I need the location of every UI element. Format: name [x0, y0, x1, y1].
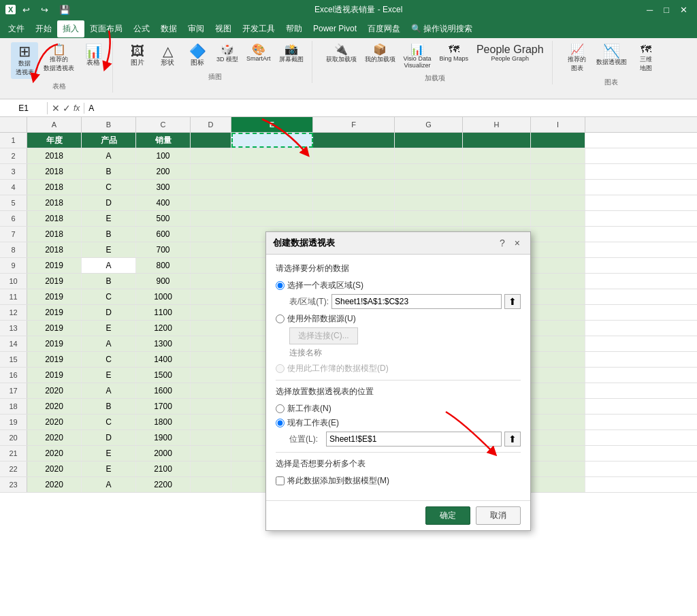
cell-c23[interactable]: 2200 — [136, 477, 191, 492]
cell-f2[interactable] — [313, 148, 395, 163]
menu-baidu[interactable]: 百度网盘 — [362, 20, 406, 37]
cell-a15[interactable]: 2019 — [27, 352, 82, 367]
redo-btn[interactable]: ↪ — [37, 3, 52, 16]
cell-b18[interactable]: B — [82, 399, 136, 414]
cell-e5[interactable] — [231, 195, 313, 210]
cell-a14[interactable]: 2019 — [27, 336, 82, 351]
cell-h5[interactable] — [463, 195, 531, 210]
cell-d9[interactable] — [191, 258, 231, 273]
cell-c1[interactable]: 销量 — [136, 133, 191, 148]
cell-i22[interactable] — [531, 461, 585, 476]
cell-a7[interactable]: 2018 — [27, 227, 82, 242]
cell-b21[interactable]: E — [82, 446, 136, 461]
cell-b8[interactable]: E — [82, 242, 136, 257]
cell-d17[interactable] — [191, 383, 231, 398]
col-header-g[interactable]: G — [395, 117, 463, 132]
cell-c18[interactable]: 1700 — [136, 399, 191, 414]
cell-a16[interactable]: 2019 — [27, 368, 82, 383]
smartart-btn[interactable]: 🎨 SmartArt — [244, 42, 274, 69]
cell-g1[interactable] — [395, 133, 463, 148]
col-header-h[interactable]: H — [463, 117, 531, 132]
cell-i14[interactable] — [531, 336, 585, 351]
cell-i13[interactable] — [531, 321, 585, 336]
cell-i17[interactable] — [531, 383, 585, 398]
cell-a6[interactable]: 2018 — [27, 211, 82, 226]
cell-d18[interactable] — [191, 399, 231, 414]
cell-a9[interactable]: 2019 — [27, 258, 82, 273]
radio-newsheet[interactable] — [276, 404, 285, 413]
cell-c15[interactable]: 1400 — [136, 352, 191, 367]
cell-c6[interactable]: 500 — [136, 211, 191, 226]
cell-d23[interactable] — [191, 477, 231, 492]
cell-d15[interactable] — [191, 352, 231, 367]
cell-c2[interactable]: 100 — [136, 148, 191, 163]
cell-e1[interactable] — [231, 133, 313, 148]
cell-h2[interactable] — [463, 148, 531, 163]
cell-reference-input[interactable]: E1 — [0, 102, 48, 114]
screenshot-btn[interactable]: 📸 屏幕截图 — [276, 42, 306, 69]
cell-a13[interactable]: 2019 — [27, 321, 82, 336]
cell-c13[interactable]: 1200 — [136, 321, 191, 336]
col-header-d[interactable]: D — [191, 117, 231, 132]
cell-b12[interactable]: D — [82, 305, 136, 320]
cell-a21[interactable]: 2020 — [27, 446, 82, 461]
cell-e4[interactable] — [231, 180, 313, 195]
cell-i8[interactable] — [531, 242, 585, 257]
cell-c20[interactable]: 1900 — [136, 430, 191, 445]
cell-i4[interactable] — [531, 180, 585, 195]
picture-btn[interactable]: 🖼 图片 — [124, 42, 151, 69]
cell-d3[interactable] — [191, 164, 231, 179]
cell-d14[interactable] — [191, 336, 231, 351]
cell-b17[interactable]: A — [82, 383, 136, 398]
people-graph-btn[interactable]: People Graph People Graph — [474, 42, 547, 71]
cell-e3[interactable] — [231, 164, 313, 179]
cell-b5[interactable]: D — [82, 195, 136, 210]
cell-d12[interactable] — [191, 305, 231, 320]
cell-i18[interactable] — [531, 399, 585, 414]
cell-c7[interactable]: 600 — [136, 227, 191, 242]
dialog-close-btn[interactable]: × — [511, 236, 523, 250]
my-addins-btn[interactable]: 📦 我的加载项 — [362, 42, 398, 71]
cell-i12[interactable] — [531, 305, 585, 320]
cell-d6[interactable] — [191, 211, 231, 226]
cell-b16[interactable]: E — [82, 368, 136, 383]
get-addins-btn[interactable]: 🔌 获取加载项 — [323, 42, 359, 71]
add-to-datamodel-checkbox[interactable] — [276, 476, 285, 485]
cell-i16[interactable] — [531, 368, 585, 383]
cell-d1[interactable] — [191, 133, 231, 148]
shape-btn[interactable]: △ 形状 — [154, 42, 181, 69]
cell-g2[interactable] — [395, 148, 463, 163]
menu-data[interactable]: 数据 — [155, 20, 182, 37]
cell-h6[interactable] — [463, 211, 531, 226]
cell-d8[interactable] — [191, 242, 231, 257]
location-input[interactable] — [326, 432, 502, 447]
visio-btn[interactable]: 📊 Visio DataVisualizer — [401, 42, 434, 71]
cell-a2[interactable]: 2018 — [27, 148, 82, 163]
col-header-e[interactable]: E — [231, 117, 313, 132]
cell-a8[interactable]: 2018 — [27, 242, 82, 257]
insert-function-icon[interactable]: fx — [74, 103, 80, 113]
cell-i3[interactable] — [531, 164, 585, 179]
cell-c12[interactable]: 1100 — [136, 305, 191, 320]
menu-search[interactable]: 🔍 操作说明搜索 — [406, 20, 478, 37]
pivot-chart-btn[interactable]: 📉 数据透视图 — [594, 42, 630, 75]
cell-b9[interactable]: A — [82, 258, 136, 273]
table-range-collapse-btn[interactable]: ⬆ — [504, 294, 521, 309]
cell-a5[interactable]: 2018 — [27, 195, 82, 210]
cell-i10[interactable] — [531, 274, 585, 289]
dialog-cancel-btn[interactable]: 取消 — [476, 506, 521, 525]
bing-maps-btn[interactable]: 🗺 Bing Maps — [436, 42, 471, 71]
cancel-formula-icon[interactable]: ✕ — [52, 103, 60, 114]
radio-existingsheet[interactable] — [276, 419, 285, 427]
cell-b7[interactable]: B — [82, 227, 136, 242]
cell-f5[interactable] — [313, 195, 395, 210]
cell-c4[interactable]: 300 — [136, 180, 191, 195]
cell-i1[interactable] — [531, 133, 585, 148]
cell-g5[interactable] — [395, 195, 463, 210]
cell-g3[interactable] — [395, 164, 463, 179]
menu-insert[interactable]: 插入 — [57, 20, 84, 37]
cell-a4[interactable]: 2018 — [27, 180, 82, 195]
cell-b4[interactable]: C — [82, 180, 136, 195]
cell-a22[interactable]: 2020 — [27, 461, 82, 476]
cell-g4[interactable] — [395, 180, 463, 195]
